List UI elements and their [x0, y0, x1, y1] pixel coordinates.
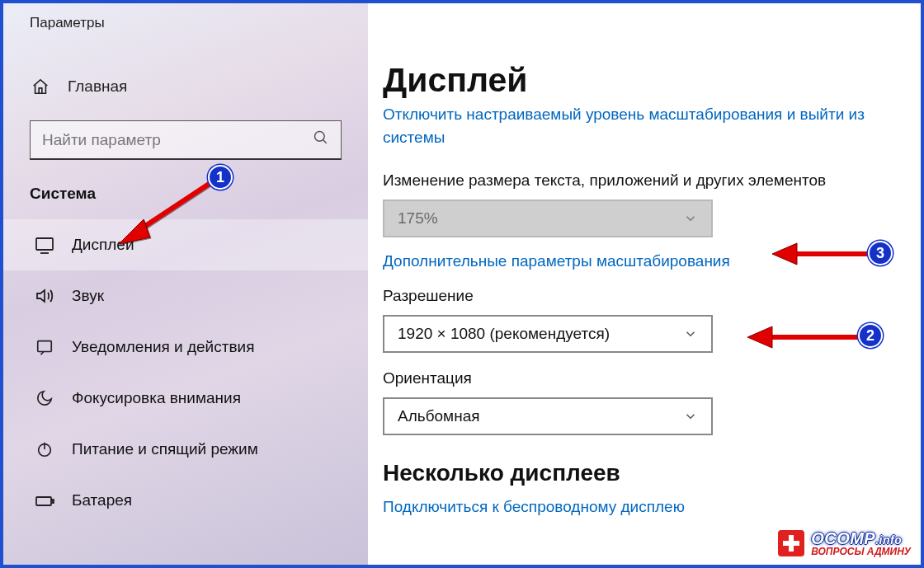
- svg-rect-8: [52, 500, 54, 503]
- sidebar-item-label: Звук: [72, 287, 104, 305]
- svg-rect-7: [36, 497, 51, 505]
- sidebar-item-sound[interactable]: Звук: [3, 270, 368, 322]
- sidebar-item-battery[interactable]: Батарея: [3, 475, 368, 526]
- power-icon: [34, 439, 55, 460]
- search-icon: [313, 129, 329, 150]
- sidebar: Параметры Главная Система: [3, 3, 368, 565]
- sidebar-item-power[interactable]: Питание и спящий режим: [3, 424, 368, 475]
- watermark-brand: OCOMP: [811, 529, 875, 547]
- svg-point-0: [315, 132, 325, 142]
- orientation-select[interactable]: Альбомная: [383, 397, 713, 435]
- battery-icon: [34, 490, 55, 511]
- home-icon: [30, 76, 51, 97]
- svg-rect-2: [36, 238, 53, 250]
- resolution-value: 1920 × 1080 (рекомендуется): [398, 325, 610, 343]
- sidebar-item-focus[interactable]: Фокусировка внимания: [3, 373, 368, 424]
- moon-icon: [34, 387, 55, 409]
- svg-marker-12: [747, 326, 772, 348]
- chevron-down-icon: [683, 211, 698, 226]
- orientation-value: Альбомная: [398, 407, 480, 425]
- window-title: Параметры: [3, 3, 368, 38]
- watermark-plus-icon: [776, 528, 806, 558]
- display-icon: [34, 234, 55, 256]
- svg-rect-4: [38, 341, 52, 352]
- annotation-badge-3: 3: [868, 241, 893, 265]
- sidebar-item-label: Уведомления и действия: [72, 338, 254, 356]
- sidebar-item-label: Фокусировка внимания: [72, 389, 241, 407]
- notifications-icon: [34, 336, 55, 358]
- svg-line-9: [135, 178, 218, 232]
- scale-select[interactable]: 175%: [383, 200, 713, 237]
- sidebar-item-label: Батарея: [72, 491, 132, 509]
- svg-marker-14: [772, 243, 797, 265]
- watermark-tld: .info: [875, 533, 902, 547]
- chevron-down-icon: [683, 409, 698, 424]
- chevron-down-icon: [683, 326, 698, 341]
- search-input[interactable]: [30, 120, 342, 160]
- sidebar-item-label: Питание и спящий режим: [72, 440, 258, 458]
- watermark-tagline: ВОПРОСЫ АДМИНУ: [811, 547, 911, 556]
- annotation-badge-1: 1: [208, 165, 233, 190]
- home-nav[interactable]: Главная: [3, 64, 368, 109]
- multi-displays-heading: Несколько дисплеев: [383, 460, 888, 486]
- home-label: Главная: [68, 77, 127, 96]
- wireless-display-link[interactable]: Подключиться к беспроводному дисплею: [383, 498, 685, 515]
- resolution-select[interactable]: 1920 × 1080 (рекомендуется): [383, 315, 713, 353]
- svg-line-1: [323, 140, 327, 143]
- signout-scaling-link[interactable]: Отключить настраиваемый уровень масштаби…: [383, 106, 865, 146]
- orientation-label: Ориентация: [383, 369, 888, 387]
- annotation-badge-2: 2: [858, 323, 883, 348]
- sidebar-item-notifications[interactable]: Уведомления и действия: [3, 322, 368, 373]
- scale-value: 175%: [398, 209, 438, 228]
- content-pane: Дисплей Отключить настраиваемый уровень …: [368, 3, 921, 565]
- watermark: OCOMP.info ВОПРОСЫ АДМИНУ: [776, 528, 911, 558]
- scale-label: Изменение размера текста, приложений и д…: [383, 171, 888, 190]
- search-field[interactable]: [42, 131, 313, 149]
- page-title: Дисплей: [383, 12, 888, 103]
- sound-icon: [34, 285, 55, 307]
- advanced-scaling-link[interactable]: Дополнительные параметры масштабирования: [383, 252, 730, 270]
- resolution-label: Разрешение: [383, 287, 888, 305]
